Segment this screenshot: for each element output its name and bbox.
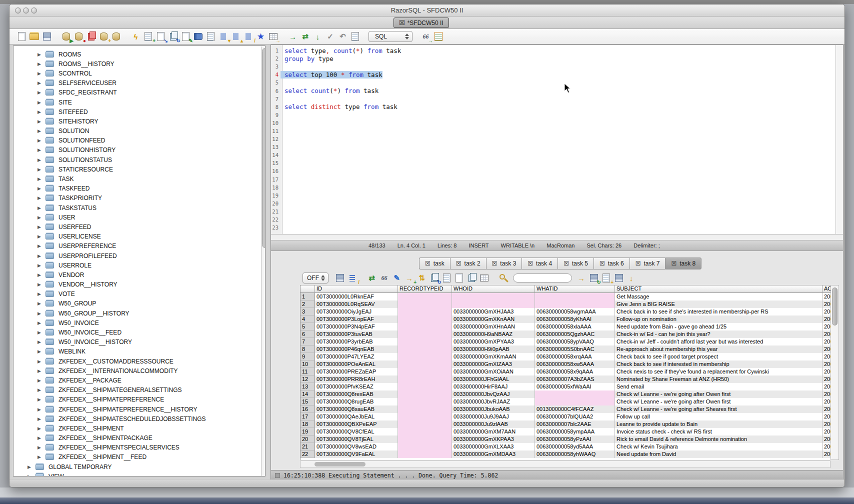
table-row[interactable]: 1100T3000000PREZaEAP0033000000GmXOiAAN00… [300, 368, 830, 376]
connect-database-icon[interactable]: ▶ [60, 31, 72, 42]
disclosure-triangle-icon[interactable]: ▶ [38, 158, 46, 162]
export-document-icon[interactable]: ↘ [155, 31, 166, 42]
table-horizontal-scrollbar[interactable] [300, 460, 830, 468]
result-tab-task-2[interactable]: ☒task 2 [450, 258, 486, 270]
table-row[interactable]: 1600T3000000Q8sauEAB0033000000JbukoAAB00… [300, 406, 830, 413]
save-grid-icon[interactable] [613, 272, 624, 284]
tree-scrollbar[interactable] [261, 46, 266, 476]
tree-item-rooms-history[interactable]: ▶ROOMS__HISTORY [14, 59, 256, 68]
tree-item-user[interactable]: ▶USER [14, 212, 256, 222]
tree-item-solutionstatus[interactable]: ▶SOLUTIONSTATUS [14, 155, 256, 164]
new-file-icon[interactable] [16, 31, 28, 42]
tree-item-zkfedex-internationalcommodity[interactable]: ▶ZKFEDEX__INTERNATIONALCOMMODITY [14, 366, 256, 376]
disclosure-triangle-icon[interactable]: ▶ [38, 119, 46, 124]
rollback-icon[interactable]: ↶ [337, 31, 348, 42]
move-rows-icon[interactable]: ⇅ [416, 272, 428, 284]
tree-item-zkfedex-shipmentspecialservices[interactable]: ▶ZKFEDEX__SHIPMENTSPECIALSERVICES [14, 443, 256, 452]
tree-item-task[interactable]: ▶TASK [14, 174, 256, 184]
table-vertical-scrollbar[interactable] [830, 285, 839, 460]
table-row[interactable]: 900T3000000P47LYEAZ0033000000GmXKmAAN006… [300, 353, 830, 360]
disclosure-triangle-icon[interactable]: ▶ [38, 71, 46, 76]
insert-record-icon[interactable]: →+ [404, 272, 415, 284]
tree-item-sitehistory[interactable]: ▶SITEHISTORY [14, 116, 256, 126]
column-list-icon[interactable] [205, 31, 216, 42]
disclosure-triangle-icon[interactable]: ▶ [28, 464, 36, 470]
row-limit-select[interactable]: OFF [302, 272, 328, 284]
result-tab-task-7[interactable]: ☒task 7 [630, 258, 666, 270]
minimize-window-button[interactable] [23, 8, 29, 14]
disclosure-triangle-icon[interactable]: ▶ [38, 388, 46, 392]
table-row[interactable]: 600T3000000P3tuvEAB0033000000H9aNBAAZ006… [300, 330, 830, 338]
disclosure-triangle-icon[interactable]: ▶ [38, 62, 46, 66]
disclosure-triangle-icon[interactable]: ▶ [38, 378, 46, 383]
tree-item-view[interactable]: ▶VIEW [14, 472, 256, 476]
disclosure-triangle-icon[interactable]: ▶ [38, 176, 46, 182]
help-book-icon[interactable] [192, 31, 204, 42]
export-grid-icon[interactable]: ↻ [588, 272, 600, 284]
disclosure-triangle-icon[interactable]: ▶ [38, 282, 46, 287]
disclosure-triangle-icon[interactable]: ▶ [38, 416, 46, 422]
disclosure-triangle-icon[interactable]: ▶ [38, 167, 46, 172]
disclosure-triangle-icon[interactable]: ▶ [38, 110, 46, 114]
disclosure-triangle-icon[interactable]: ▶ [28, 474, 36, 476]
table-row[interactable]: 1800T3000000QBXPeEAP0033000000Ju9zlAAB00… [300, 420, 830, 428]
go-forward-icon[interactable]: → [287, 31, 298, 42]
result-tab-task-6[interactable]: ☒task 6 [594, 258, 630, 270]
disclosure-triangle-icon[interactable]: ▶ [38, 426, 46, 431]
tree-item-userprofilefeed[interactable]: ▶USERPROFILEFEED [14, 251, 256, 260]
tree-item-rooms[interactable]: ▶ROOMS [14, 50, 256, 59]
disclosure-triangle-icon[interactable]: ▶ [38, 254, 46, 258]
disclosure-triangle-icon[interactable]: ▶ [38, 206, 46, 210]
disclosure-triangle-icon[interactable]: ▶ [38, 407, 46, 412]
column-header-rownum[interactable] [300, 285, 315, 293]
table-row[interactable]: 400T3000000P3LopEAF0033000000GmXKnAAN006… [300, 316, 830, 323]
tree-item-w50-invoice-feed[interactable]: ▶W50_INVOICE__FEED [14, 328, 256, 337]
tree-item-userpreference[interactable]: ▶USERPREFERENCE [14, 242, 256, 251]
disclosure-triangle-icon[interactable]: ▶ [38, 52, 46, 57]
tree-item-w50-group-history[interactable]: ▶W50_GROUP__HISTORY [14, 308, 256, 318]
tree-item-userrole[interactable]: ▶USERROLE [14, 260, 256, 270]
tree-item-zkfedex-shipmatepreference[interactable]: ▶ZKFEDEX__SHIPMATEPREFERENCE [14, 395, 256, 404]
tree-item-w50-group[interactable]: ▶W50_GROUP [14, 299, 256, 308]
table-row[interactable]: 1400T3000000Q8rexEAB0033000000JbvQzAAJCh… [300, 390, 830, 398]
table-row[interactable]: 300T3000000OiyJgEAJ0033000000GmXHJAA3006… [300, 308, 830, 316]
tree-item-zkfedex-shipmatescheduledjobssettings[interactable]: ▶ZKFEDEX__SHIPMATESCHEDULEDJOBSSETTINGS [14, 414, 256, 424]
tree-scrollbar-thumb[interactable] [262, 48, 266, 248]
preview-results-icon[interactable]: → [420, 31, 432, 42]
tree-item-vendor-history[interactable]: ▶VENDOR__HISTORY [14, 280, 256, 290]
disclosure-triangle-icon[interactable]: ▶ [38, 340, 46, 344]
table-row[interactable]: 1900T3000000QV8CfEAL0033000000GmXM7AAN00… [300, 428, 830, 436]
execute-sql-icon[interactable]: ϟ [130, 31, 142, 42]
disclosure-triangle-icon[interactable]: ▶ [38, 311, 46, 316]
column-header-subject[interactable]: SUBJECT [615, 285, 822, 293]
copy-connection-icon[interactable] [86, 31, 97, 42]
tab-close-icon[interactable]: ☒ [564, 260, 569, 267]
disclosure-triangle-icon[interactable]: ▶ [38, 349, 46, 354]
tree-item-userfeed[interactable]: ▶USERFEED [14, 222, 256, 232]
tree-item-w50-invoice-history[interactable]: ▶W50_INVOICE__HISTORY [14, 338, 256, 347]
result-tab-task-3[interactable]: ☒task 3 [486, 258, 522, 270]
tree-item-userlicense[interactable]: ▶USERLICENSE [14, 232, 256, 242]
table-row[interactable]: 200T3000000L0RqSEAVGive Jenn a BIG RAISE… [300, 300, 830, 308]
tree-item-selfserviceuser[interactable]: ▶SELFSERVICEUSER [14, 78, 256, 88]
refresh-results-icon[interactable]: ⇄ [366, 272, 378, 284]
save-file-icon[interactable] [41, 31, 52, 42]
disclosure-triangle-icon[interactable]: ▶ [38, 292, 46, 296]
result-tab-task-4[interactable]: ☒task 4 [522, 258, 558, 270]
primary-key-icon[interactable] [498, 272, 510, 284]
disclosure-triangle-icon[interactable]: ▶ [38, 224, 46, 230]
disclosure-triangle-icon[interactable]: ▶ [38, 436, 46, 440]
copy-rows-icon[interactable] [466, 272, 478, 284]
tree-item-scontrol[interactable]: ▶SCONTROL [14, 68, 256, 78]
editor-horizontal-scrollbar[interactable] [271, 234, 843, 240]
tree-item-zkfedex-shipmentpackage[interactable]: ▶ZKFEDEX__SHIPMENTPACKAGE [14, 434, 256, 443]
table-hscrollbar-thumb[interactable] [314, 462, 366, 466]
tree-item-zkfedex-shipment[interactable]: ▶ZKFEDEX__SHIPMENT [14, 424, 256, 433]
disclosure-triangle-icon[interactable]: ▶ [38, 272, 46, 278]
new-note-icon[interactable]: + [600, 272, 612, 284]
options-icon[interactable]: + [142, 31, 154, 42]
panel-splitter[interactable] [266, 44, 270, 480]
table-row[interactable]: 100T3000000L0RknEAFGet Massage200 [300, 293, 830, 300]
sql-mode-select[interactable]: SQL [368, 31, 412, 42]
disclosure-triangle-icon[interactable]: ▶ [38, 330, 46, 335]
